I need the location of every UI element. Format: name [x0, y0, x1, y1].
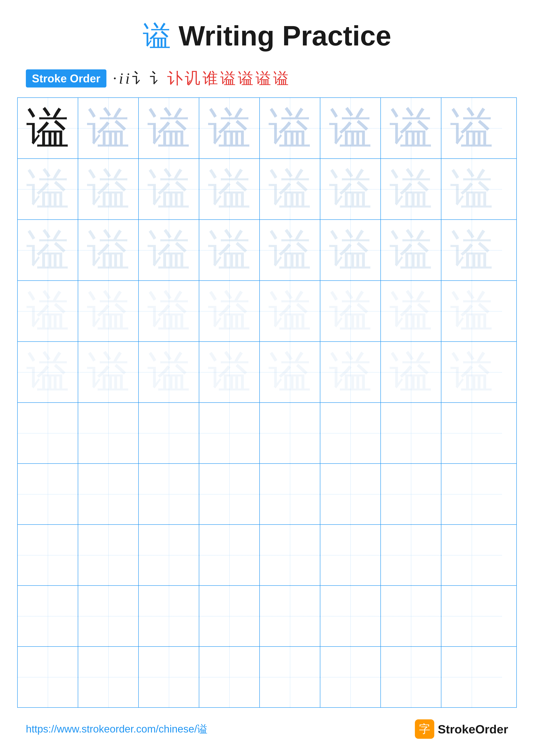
grid-cell-1-8: 谥	[441, 98, 502, 158]
grid-cell-3-7: 谥	[381, 220, 441, 281]
grid-row-7	[18, 464, 516, 525]
grid-cell-9-7	[381, 586, 441, 646]
stroke-12: 谥	[273, 68, 289, 89]
grid-cell-3-5: 谥	[260, 220, 320, 281]
char-light: 谥	[208, 229, 251, 272]
stroke-3: i	[125, 69, 130, 88]
char-light: 谥	[450, 168, 493, 211]
char-light: 谥	[390, 229, 433, 272]
grid-cell-9-6	[320, 586, 381, 646]
grid-cell-3-1: 谥	[18, 220, 78, 281]
char-very-light: 谥	[390, 290, 433, 333]
grid-cell-7-3	[139, 464, 199, 524]
grid-cell-8-4	[199, 525, 260, 585]
grid-cell-4-4: 谥	[199, 281, 260, 341]
grid-cell-2-8: 谥	[441, 159, 502, 219]
char-medium: 谥	[208, 107, 251, 150]
grid-cell-5-4: 谥	[199, 342, 260, 402]
char-light: 谥	[208, 168, 251, 211]
char-very-light: 谥	[268, 351, 312, 394]
grid-cell-8-8	[441, 525, 502, 585]
grid-cell-10-2	[78, 647, 139, 707]
grid-cell-1-1: 谥	[18, 98, 78, 158]
char-medium: 谥	[450, 107, 493, 150]
char-very-light: 谥	[390, 351, 433, 394]
grid-cell-4-1: 谥	[18, 281, 78, 341]
stroke-10: 谥	[238, 68, 253, 89]
grid-cell-7-7	[381, 464, 441, 524]
char-very-light: 谥	[450, 290, 493, 333]
grid-cell-6-6	[320, 403, 381, 463]
grid-cell-8-6	[320, 525, 381, 585]
grid-row-2: 谥 谥 谥 谥 谥 谥 谥 谥	[18, 159, 516, 220]
grid-cell-6-5	[260, 403, 320, 463]
stroke-1: ·	[113, 69, 117, 88]
grid-cell-10-4	[199, 647, 260, 707]
grid-cell-5-6: 谥	[320, 342, 381, 402]
grid-cell-9-4	[199, 586, 260, 646]
stroke-6: 讣	[167, 68, 183, 89]
grid-cell-4-5: 谥	[260, 281, 320, 341]
stroke-9: 谥	[220, 68, 236, 89]
char-very-light: 谥	[329, 351, 372, 394]
footer: https://www.strokeorder.com/chinese/谥 字 …	[0, 719, 534, 739]
char-very-light: 谥	[208, 351, 251, 394]
grid-cell-7-1	[18, 464, 78, 524]
char-medium: 谥	[329, 107, 372, 150]
grid-row-5: 谥 谥 谥 谥 谥 谥 谥 谥	[18, 342, 516, 403]
char-medium: 谥	[87, 107, 130, 150]
title-chinese-char: 谥	[143, 20, 171, 51]
char-light: 谥	[87, 168, 130, 211]
grid-cell-6-3	[139, 403, 199, 463]
grid-cell-3-8: 谥	[441, 220, 502, 281]
grid-cell-9-3	[139, 586, 199, 646]
stroke-5: 讠	[149, 68, 165, 89]
stroke-11: 谥	[255, 68, 271, 89]
grid-cell-8-7	[381, 525, 441, 585]
grid-cell-9-8	[441, 586, 502, 646]
grid-cell-5-3: 谥	[139, 342, 199, 402]
stroke-8: 谁	[202, 68, 218, 89]
stroke-order-badge: Stroke Order	[26, 69, 106, 88]
char-light: 谥	[329, 168, 372, 211]
grid-cell-2-1: 谥	[18, 159, 78, 219]
grid-cell-3-6: 谥	[320, 220, 381, 281]
grid-cell-2-5: 谥	[260, 159, 320, 219]
grid-cell-8-3	[139, 525, 199, 585]
char-light: 谥	[268, 168, 312, 211]
stroke-4: 讠	[132, 68, 147, 89]
stroke-7: 讥	[185, 68, 200, 89]
grid-cell-7-5	[260, 464, 320, 524]
grid-cell-1-4: 谥	[199, 98, 260, 158]
char-very-light: 谥	[26, 290, 69, 333]
stroke-chars: · i i 讠 讠 讣 讥 谁 谥 谥 谥 谥	[113, 68, 289, 89]
grid-cell-10-8	[441, 647, 502, 707]
grid-cell-10-5	[260, 647, 320, 707]
char-light: 谥	[87, 229, 130, 272]
writing-grid: 谥 谥 谥 谥 谥 谥 谥 谥 谥 谥 谥	[17, 97, 517, 708]
grid-cell-1-6: 谥	[320, 98, 381, 158]
grid-cell-8-2	[78, 525, 139, 585]
char-very-light: 谥	[450, 351, 493, 394]
grid-cell-5-8: 谥	[441, 342, 502, 402]
grid-cell-1-7: 谥	[381, 98, 441, 158]
footer-url[interactable]: https://www.strokeorder.com/chinese/谥	[26, 722, 207, 736]
grid-cell-6-7	[381, 403, 441, 463]
grid-cell-3-4: 谥	[199, 220, 260, 281]
char-very-light: 谥	[147, 351, 191, 394]
grid-cell-10-3	[139, 647, 199, 707]
char-light: 谥	[329, 229, 372, 272]
char-very-light: 谥	[208, 290, 251, 333]
stroke-2: i	[119, 69, 123, 88]
char-light: 谥	[147, 229, 191, 272]
grid-cell-1-2: 谥	[78, 98, 139, 158]
char-dark: 谥	[26, 107, 69, 150]
grid-cell-10-7	[381, 647, 441, 707]
grid-row-4: 谥 谥 谥 谥 谥 谥 谥 谥	[18, 281, 516, 342]
logo-text: StrokeOrder	[438, 722, 508, 736]
grid-cell-3-2: 谥	[78, 220, 139, 281]
grid-row-10	[18, 647, 516, 707]
char-light: 谥	[450, 229, 493, 272]
grid-cell-1-5: 谥	[260, 98, 320, 158]
grid-cell-6-8	[441, 403, 502, 463]
